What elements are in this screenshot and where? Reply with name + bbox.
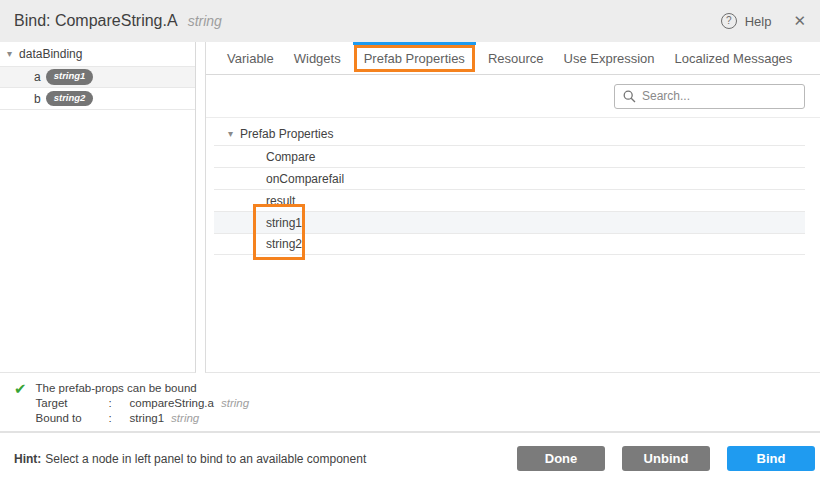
dialog-title: Bind: CompareString.A: [14, 12, 178, 30]
status-target-row: Target:compareString.astring: [36, 396, 250, 411]
tree-node-string1[interactable]: string1: [214, 211, 805, 233]
tree-node-label: b: [34, 92, 41, 106]
tab-bar: Variable Widgets Prefab Properties Resou…: [206, 42, 820, 75]
tree-node-string2[interactable]: string2: [214, 233, 805, 255]
status-row-label: Bound to: [36, 411, 109, 426]
bind-button[interactable]: Bind: [727, 446, 815, 471]
search-box[interactable]: [614, 84, 805, 109]
tree-node-label: Prefab Properties: [240, 127, 333, 141]
bind-dialog: Bind: CompareString.A string ? Help ✕ ▾ …: [0, 0, 820, 484]
chevron-down-icon[interactable]: ▾: [7, 49, 12, 59]
chevron-down-icon[interactable]: ▾: [228, 129, 233, 139]
success-check-icon: ✔: [14, 382, 27, 431]
hint-text: Hint:Select a node in left panel to bind…: [14, 452, 366, 466]
hint-label: Hint:: [14, 452, 41, 466]
tab-localized-messages[interactable]: Localized Messages: [675, 51, 793, 66]
close-icon[interactable]: ✕: [793, 12, 806, 30]
footer-buttons: Done Unbind Bind: [517, 446, 815, 471]
done-button[interactable]: Done: [517, 446, 605, 471]
tab-use-expression[interactable]: Use Expression: [564, 51, 655, 66]
status-row-type: string: [221, 397, 249, 409]
tab-widgets[interactable]: Widgets: [294, 51, 341, 66]
prefab-properties-tree: ▾ Prefab Properties Compare onComparefai…: [214, 123, 805, 255]
tree-node-label: dataBinding: [19, 47, 82, 61]
status-row-value: compareString.a: [130, 397, 214, 409]
help-button[interactable]: Help: [745, 14, 772, 29]
tree-node-databinding[interactable]: ▾ dataBinding: [0, 42, 195, 66]
tree-node-compare[interactable]: Compare: [214, 145, 805, 167]
status-row-colon: :: [109, 411, 130, 426]
hint-body: Select a node in left panel to bind to a…: [45, 452, 366, 466]
binding-badge: string1: [46, 69, 94, 84]
tree-node-result[interactable]: result: [214, 189, 805, 211]
tab-prefab-properties[interactable]: Prefab Properties: [354, 45, 475, 72]
status-row-colon: :: [109, 396, 130, 411]
search-icon: [623, 90, 636, 103]
status-boundto-row: Bound to:string1string: [36, 411, 250, 426]
status-row-type: string: [171, 412, 199, 424]
binding-source-panel: Variable Widgets Prefab Properties Resou…: [205, 42, 820, 373]
dialog-title-type: string: [188, 13, 222, 29]
binding-status-text: The prefab-props can be bound Target:com…: [36, 381, 250, 431]
tab-variable[interactable]: Variable: [227, 51, 274, 66]
help-icon[interactable]: ?: [721, 13, 737, 29]
data-binding-tree-panel: ▾ dataBinding a string1 b string2: [0, 42, 196, 373]
tree-node-label: a: [34, 70, 41, 84]
tree-node-oncomparefail[interactable]: onComparefail: [214, 167, 805, 189]
tree-node-b[interactable]: b string2: [0, 88, 195, 110]
search-input[interactable]: [642, 89, 804, 103]
status-row-label: Target: [36, 396, 109, 411]
dialog-footer: Hint:Select a node in left panel to bind…: [0, 431, 820, 484]
status-row-value: string1: [130, 412, 165, 424]
binding-status: ✔ The prefab-props can be bound Target:c…: [0, 373, 820, 431]
status-message: The prefab-props can be bound: [36, 381, 250, 396]
dialog-header: Bind: CompareString.A string ? Help ✕: [0, 0, 820, 42]
search-row: [206, 75, 820, 118]
dialog-title-group: Bind: CompareString.A string: [14, 12, 222, 30]
unbind-button[interactable]: Unbind: [622, 446, 710, 471]
tree-node-prefab-properties[interactable]: ▾ Prefab Properties: [214, 123, 805, 145]
dialog-main: ▾ dataBinding a string1 b string2 Variab…: [0, 42, 820, 373]
tree-node-a[interactable]: a string1: [0, 66, 195, 88]
binding-badge: string2: [46, 91, 94, 106]
dialog-header-actions: ? Help ✕: [721, 12, 806, 30]
tab-resource[interactable]: Resource: [488, 51, 544, 66]
